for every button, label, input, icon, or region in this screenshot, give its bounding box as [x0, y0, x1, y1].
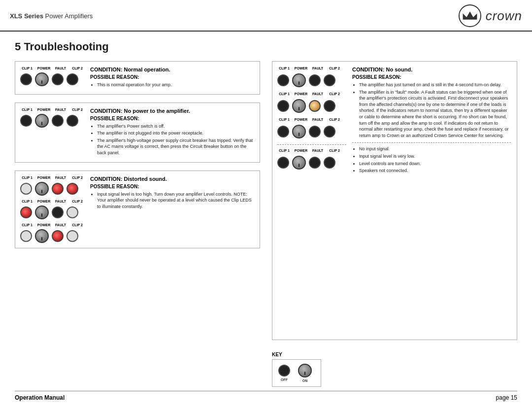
- no-sound-reason-list-bottom: No input signal. Input signal level is v…: [352, 146, 511, 173]
- fault-label-d3: FAULT: [54, 223, 67, 227]
- no-sound-indicators: CLIP 1 POWER FAULT CLIP 2 CLIP 1: [277, 67, 346, 170]
- distorted-reason-list: Input signal level is too high. Turn dow…: [90, 191, 254, 210]
- no-power-reason-list: The amplifier's Power switch is off. The…: [90, 123, 254, 156]
- footer-left: Operation Manual: [15, 394, 65, 401]
- clip2-label-np: CLIP 2: [70, 108, 84, 111]
- key-section: KEY OFF ON: [272, 352, 517, 387]
- key-on-item: ON: [298, 364, 312, 382]
- power-led-ns2: [292, 99, 306, 113]
- list-item: Speakers not connected.: [359, 168, 511, 174]
- clip2-label-d3: CLIP 2: [70, 223, 84, 227]
- clip1-led-ns4: [277, 157, 289, 169]
- clip1-label-ns3: CLIP 1: [277, 118, 291, 121]
- power-led: [35, 72, 49, 86]
- fault-led-ns4: [309, 157, 321, 169]
- list-item: No input signal.: [359, 146, 511, 152]
- fault-led-np: [52, 115, 64, 127]
- fault-label-d1: FAULT: [54, 176, 67, 179]
- list-item: This is normal operation for your amp.: [97, 82, 254, 88]
- fault-led-ns1: [309, 74, 321, 86]
- no-power-title: CONDITION: No power to the amplifier.: [90, 108, 254, 114]
- normal-reason-list: This is normal operation for your amp.: [90, 82, 254, 88]
- page-header: XLS Series Power Amplifiers crown: [0, 0, 532, 32]
- power-label-ns4: POWER: [294, 149, 308, 152]
- dashed-divider: [277, 144, 346, 145]
- header-title-bold: XLS Series: [10, 12, 43, 20]
- list-item: The amplifier's Power switch is off.: [97, 123, 254, 130]
- list-item: Level controls are turned down.: [359, 161, 511, 167]
- power-label-d3: POWER: [37, 223, 51, 227]
- key-off-item: OFF: [278, 365, 290, 381]
- page-footer: Operation Manual page 15: [15, 391, 517, 403]
- ns-label-row4: CLIP 1 POWER FAULT CLIP 2: [277, 149, 346, 153]
- list-item: Input signal level is very low.: [359, 153, 511, 160]
- no-sound-reason-label: POSSIBLE REASON:: [352, 74, 511, 80]
- clip2-label-ns3: CLIP 2: [328, 118, 341, 121]
- clip1-led-ns1: [277, 74, 289, 86]
- ns-label-row2: CLIP 1 POWER FAULT CLIP 2: [277, 92, 346, 96]
- clip2-led-d3: [66, 230, 78, 242]
- no-power-led-row: [20, 114, 84, 128]
- fault-label-d2: FAULT: [54, 200, 67, 203]
- ns-led-row1: [277, 73, 346, 87]
- power-label-d2: POWER: [37, 200, 51, 203]
- list-item: The amplifier's high-voltage power suppl…: [97, 137, 254, 156]
- power-label-d1: POWER: [37, 176, 51, 179]
- no-sound-reason-list-top: The amplifier has just turned on and is …: [352, 82, 511, 138]
- header-title: XLS Series Power Amplifiers: [10, 12, 93, 20]
- power-label-ns1: POWER: [294, 67, 308, 70]
- right-column: CLIP 1 POWER FAULT CLIP 2 CLIP 1: [272, 61, 517, 387]
- left-column: CLIP 1 POWER FAULT CLIP 2 CONDITION: Nor…: [15, 61, 260, 387]
- crown-logo-icon: [458, 4, 482, 28]
- fault-label-ns2: FAULT: [311, 92, 325, 96]
- clip2-led-d1: [66, 183, 78, 195]
- clip1-led-d3: [20, 230, 32, 242]
- brand-name: crown: [486, 8, 522, 24]
- footer-right: page 15: [496, 394, 517, 401]
- condition-no-sound-box: CLIP 1 POWER FAULT CLIP 2 CLIP 1: [272, 61, 517, 340]
- power-label: POWER: [37, 67, 51, 70]
- clip1-label: CLIP 1: [20, 67, 34, 70]
- clip2-label-ns2: CLIP 2: [328, 92, 341, 96]
- no-power-condition-text: CONDITION: No power to the amplifier. PO…: [90, 108, 254, 157]
- fault-label-ns1: FAULT: [311, 67, 325, 70]
- clip1-led-d2: [20, 206, 32, 218]
- no-power-indicators: CLIP 1 POWER FAULT CLIP 2: [20, 108, 84, 128]
- logo-area: crown: [458, 4, 522, 28]
- ns-led-row4: [277, 156, 346, 170]
- distorted-title: CONDITION: Distorted sound.: [90, 176, 254, 182]
- normal-condition-text: CONDITION: Normal operation. POSSIBLE RE…: [90, 67, 254, 89]
- condition-distorted-box: CLIP 1 POWER FAULT CLIP 2 CLIP 1: [15, 171, 260, 248]
- clip1-led: [20, 73, 32, 85]
- clip2-label-ns1: CLIP 2: [328, 67, 341, 70]
- clip1-label-np: CLIP 1: [20, 108, 34, 111]
- condition-normal-box: CLIP 1 POWER FAULT CLIP 2 CONDITION: Nor…: [15, 61, 260, 95]
- clip1-label-ns4: CLIP 1: [277, 149, 291, 152]
- clip2-led-ns3: [324, 126, 335, 137]
- ns-led-row3: [277, 125, 346, 138]
- no-power-label-row: CLIP 1 POWER FAULT CLIP 2: [20, 108, 84, 112]
- power-led-d1: [35, 182, 49, 196]
- fault-led-d3: [52, 230, 64, 242]
- power-led-np: [35, 114, 49, 128]
- fault-label: FAULT: [54, 67, 67, 70]
- clip1-label-d1: CLIP 1: [20, 176, 34, 179]
- clip1-led-ns2: [277, 100, 289, 112]
- fault-led-ns2: [309, 100, 321, 112]
- normal-reason-label: POSSIBLE REASON:: [90, 74, 254, 80]
- dist-label-row2: CLIP 1 POWER FAULT CLIP 2: [20, 200, 84, 204]
- clip2-led-ns4: [324, 157, 335, 169]
- fault-led-d1: [52, 183, 64, 195]
- key-on-label: ON: [302, 379, 308, 382]
- clip2-label-d1: CLIP 2: [70, 176, 84, 179]
- clip2-led-np: [66, 115, 78, 127]
- ns-led-row2: [277, 99, 346, 113]
- clip2-led-ns2: [324, 100, 335, 112]
- clip2-led-d2: [66, 206, 78, 218]
- clip2-led: [66, 73, 78, 85]
- list-item: The amplifier has just turned on and is …: [359, 82, 511, 88]
- list-item: The amplifier is not plugged into the po…: [97, 130, 254, 137]
- no-power-reason-label: POSSIBLE REASON:: [90, 116, 254, 121]
- clip1-label-ns1: CLIP 1: [277, 67, 291, 70]
- ns-label-row3: CLIP 1 POWER FAULT CLIP 2: [277, 118, 346, 122]
